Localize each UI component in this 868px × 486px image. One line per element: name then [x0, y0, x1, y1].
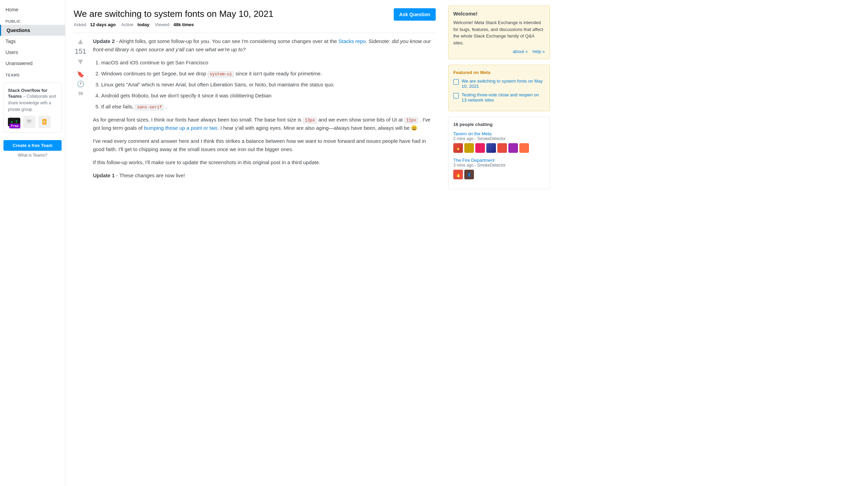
- active-label: Active: [121, 22, 133, 27]
- vote-count: 151: [75, 47, 86, 55]
- system-fonts-list: macOS and iOS continue to get San Franci…: [101, 59, 436, 111]
- featured-icon-2: [453, 93, 459, 98]
- featured-title: Featured on Meta: [453, 70, 545, 75]
- featured-link-1[interactable]: We are switching to system fonts on May …: [462, 78, 545, 89]
- featured-item-2: Testing three-vote close and reopen on 1…: [453, 92, 545, 103]
- chat-room-1-name[interactable]: Tavern on the Meta: [453, 131, 545, 136]
- bumping-link[interactable]: bumping those up a point or two: [144, 125, 217, 131]
- what-is-teams-link[interactable]: What is Teams?: [0, 152, 65, 158]
- question-meta: Asked 12 days ago Active today Viewed 48…: [74, 22, 387, 27]
- chat-room-2-avatars: 🔥 👤: [453, 170, 545, 179]
- avatar: 🔥: [453, 170, 463, 179]
- update1-label: Update 1: [93, 172, 115, 178]
- avatar: 🔥: [453, 143, 463, 153]
- list-item-3: Linux gets "Arial" which is never Arial,…: [101, 81, 436, 89]
- home-label: Home: [6, 7, 18, 12]
- font-sizes-paragraph: As for general font sizes, I think our f…: [93, 116, 436, 132]
- ask-question-button[interactable]: Ask Question: [394, 8, 436, 21]
- 13px-code: 13px: [303, 117, 317, 124]
- featured-widget: Featured on Meta We are switching to sys…: [448, 65, 550, 111]
- people-number: 16: [453, 122, 458, 127]
- question-body-wrapper: ▲ 151 ▼ 🔖 🕐 39 Update 2 - Alright folks,…: [74, 37, 436, 185]
- welcome-widget-body: Welcome! Welcome! Meta Stack Exchange is…: [448, 6, 550, 59]
- update1-text: - These changes are now live!: [115, 172, 185, 178]
- people-label: people chatting: [459, 122, 493, 127]
- viewed-label: Viewed: [155, 22, 169, 27]
- doc-icon: [41, 118, 48, 125]
- post-content: Update 2 - Alright folks, got some follo…: [93, 37, 436, 185]
- chat-widget-body: 16 people chatting Tavern on the Meta 2 …: [448, 117, 550, 189]
- sans-serif-code: sans-serif: [135, 104, 164, 110]
- featured-widget-body: Featured on Meta We are switching to sys…: [448, 65, 550, 111]
- chat-widget: 16 people chatting Tavern on the Meta 2 …: [448, 117, 550, 189]
- asked-label: Asked: [74, 22, 86, 27]
- update2-label: Update 2: [93, 38, 115, 44]
- active-date: today: [137, 22, 149, 27]
- chat-room-1-avatars: 🔥: [453, 143, 545, 153]
- chat-room-2-meta: 3 mins ago - SmokeDetector: [453, 163, 545, 168]
- question-title-area: We are switching to system fonts on May …: [74, 8, 387, 27]
- chat-room-1-meta: 2 mins ago - SmokeDetector: [453, 136, 545, 141]
- upvote-button[interactable]: ▲: [76, 37, 85, 45]
- list-item-5: If all else fails, sans-serif .: [101, 103, 436, 111]
- about-link[interactable]: about »: [513, 49, 528, 54]
- followup-paragraph: If this follow-up works, I'll make sure …: [93, 158, 436, 167]
- chat-people-count: 16 people chatting: [453, 122, 545, 127]
- users-label: Users: [6, 50, 18, 55]
- sidebar-item-unanswered[interactable]: Unanswered: [0, 58, 65, 69]
- teams-promo-box: Stack Overflow for Teams – Collaborate a…: [3, 83, 62, 133]
- chat-room-1: Tavern on the Meta 2 mins ago - SmokeDet…: [453, 131, 545, 153]
- chat-room-2-name[interactable]: The Fire Department: [453, 158, 545, 163]
- balance-paragraph: I've read every comment and answer here …: [93, 137, 436, 154]
- avatar: [508, 143, 518, 153]
- right-sidebar: Welcome! Welcome! Meta Stack Exchange is…: [444, 0, 554, 486]
- left-sidebar: Home PUBLIC Questions Tags Users Unanswe…: [0, 0, 65, 486]
- teams-section-label: TEAMS: [0, 69, 65, 78]
- viewed-meta: Viewed 48k times: [155, 22, 194, 27]
- terminal-logo: >_? Free: [8, 118, 20, 126]
- list-item-1: macOS and iOS continue to get San Franci…: [101, 59, 436, 67]
- question-title: We are switching to system fonts on May …: [74, 8, 387, 20]
- update2-intro: - Alright folks, got some follow-up for …: [115, 38, 338, 44]
- svg-rect-0: [27, 119, 32, 123]
- system-ui-code: system-ui: [208, 71, 234, 77]
- avatar: [464, 143, 474, 153]
- asked-date: 12 days ago: [90, 22, 116, 27]
- viewed-count: 48k times: [173, 22, 194, 27]
- featured-icon-1: [453, 79, 459, 85]
- doc-logo: [38, 116, 51, 128]
- questions-label: Questions: [7, 28, 30, 33]
- avatar: [486, 143, 496, 153]
- sidebar-item-questions[interactable]: Questions: [0, 25, 65, 36]
- stacks-repo-link[interactable]: Stacks repo: [338, 38, 366, 44]
- bookmark-count: 39: [78, 91, 83, 96]
- sidebar-item-home[interactable]: Home: [0, 4, 65, 15]
- free-badge: Free: [9, 124, 20, 128]
- sidebar-item-users[interactable]: Users: [0, 47, 65, 58]
- welcome-widget: Welcome! Welcome! Meta Stack Exchange is…: [448, 6, 550, 59]
- sidebar-item-tags[interactable]: Tags: [0, 36, 65, 47]
- bookmark-icon[interactable]: 🔖: [77, 71, 84, 78]
- question-header: We are switching to system fonts on May …: [74, 8, 436, 33]
- chat-icon: [26, 118, 33, 125]
- list-item-2: Windows continues to get Segoe, but we d…: [101, 70, 436, 78]
- chat-logo: [23, 116, 35, 128]
- downvote-button[interactable]: ▼: [76, 57, 85, 66]
- vote-column: ▲ 151 ▼ 🔖 🕐 39: [74, 37, 87, 185]
- unanswered-label: Unanswered: [6, 61, 33, 66]
- avatar: [497, 143, 507, 153]
- welcome-text: Welcome! Meta Stack Exchange is intended…: [453, 19, 545, 46]
- teams-logos: >_? Free: [8, 116, 57, 128]
- tags-label: Tags: [6, 39, 16, 44]
- update2-paragraph: Update 2 - Alright folks, got some follo…: [93, 37, 436, 54]
- asked-meta: Asked 12 days ago: [74, 22, 116, 27]
- history-icon[interactable]: 🕐: [77, 80, 84, 88]
- update1-paragraph: Update 1 - These changes are now live!: [93, 171, 436, 180]
- public-section-label: PUBLIC: [0, 15, 65, 25]
- help-link[interactable]: help »: [533, 49, 545, 54]
- main-content: We are switching to system fonts on May …: [65, 0, 444, 486]
- svg-marker-1: [28, 123, 29, 125]
- list-item-4: Android gets Roboto, but we don't specif…: [101, 92, 436, 100]
- create-free-team-button[interactable]: Create a free Team: [3, 140, 62, 151]
- featured-link-2[interactable]: Testing three-vote close and reopen on 1…: [462, 92, 545, 103]
